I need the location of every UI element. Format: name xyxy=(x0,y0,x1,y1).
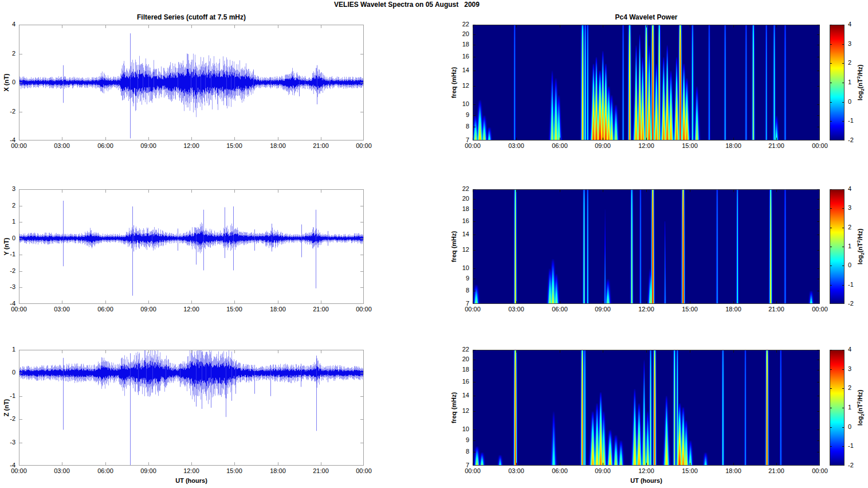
freq-tick-label: 18 xyxy=(450,366,469,373)
x-tick-label: 18:00 xyxy=(719,306,748,313)
x-tick-label: 21:00 xyxy=(762,467,791,475)
freq-tick-label: 9 xyxy=(450,436,469,444)
freq-tick-label: 16 xyxy=(450,378,469,385)
x-tick-label: 12:00 xyxy=(632,467,661,475)
y-tick-label: -2 xyxy=(0,415,15,423)
x-tick-label: 06:00 xyxy=(545,467,574,475)
x-tick-label: 06:00 xyxy=(91,306,120,313)
x-tick-label: 15:00 xyxy=(220,306,249,313)
freq-tick-label: 7 xyxy=(450,462,469,469)
freq-tick-label: 8 xyxy=(450,287,469,294)
colorbar-tick-label: -1 xyxy=(848,117,865,124)
timeseries-z-plot xyxy=(19,350,364,466)
x-tick-label: 09:00 xyxy=(134,306,163,313)
y-tick-label: -2 xyxy=(0,108,15,115)
y-tick-label: -3 xyxy=(0,283,15,291)
x-tick-label: 00:00 xyxy=(349,467,378,475)
y-tick-label: -4 xyxy=(0,462,15,469)
freq-tick-label: 22 xyxy=(450,21,469,28)
colorbar-tick-label: 0 xyxy=(848,98,865,106)
wavelet-power-x-heatmap xyxy=(473,25,820,140)
y-tick-label: 0 xyxy=(0,79,15,86)
figure: VELIES Wavelet Spectra on 05 August 2009… xyxy=(0,0,868,488)
freq-tick-label: 7 xyxy=(450,136,469,144)
x-tick-label: 15:00 xyxy=(675,467,704,475)
freq-tick-label: 7 xyxy=(450,300,469,307)
colorbar-tick-label: 0 xyxy=(848,261,865,269)
x-tick-label: 03:00 xyxy=(48,306,76,313)
freq-tick-label: 10 xyxy=(450,264,469,272)
freq-tick-label: 10 xyxy=(450,425,469,433)
freq-tick-label: 16 xyxy=(450,217,469,225)
colorbar-tick-label: 3 xyxy=(848,204,865,212)
y-tick-label: -3 xyxy=(0,439,15,446)
x-axis-label-left: UT (hours) xyxy=(19,477,364,484)
x-tick-label: 03:00 xyxy=(502,467,531,475)
x-tick-label: 00:00 xyxy=(349,306,378,313)
y-tick-label: -1 xyxy=(0,392,15,400)
freq-tick-label: 14 xyxy=(450,231,469,238)
freq-tick-label: 22 xyxy=(450,185,469,193)
x-tick-label: 09:00 xyxy=(588,467,617,475)
x-tick-label: 18:00 xyxy=(719,467,748,475)
y-tick-label: 2 xyxy=(0,50,15,57)
freq-tick-label: 14 xyxy=(450,392,469,399)
x-tick-label: 21:00 xyxy=(307,306,335,313)
y-tick-label: 1 xyxy=(0,346,15,353)
x-tick-label: 09:00 xyxy=(134,142,163,150)
freq-tick-label: 16 xyxy=(450,53,469,60)
colorbar-tick-label: 2 xyxy=(848,224,865,231)
freq-tick-label: 18 xyxy=(450,41,469,48)
left-column-title: Filtered Series (cutoff at 7.5 mHz) xyxy=(19,13,364,21)
x-tick-label: 06:00 xyxy=(91,467,120,475)
x-tick-label: 15:00 xyxy=(675,306,704,313)
y-tick-label: 2 xyxy=(0,202,15,209)
x-axis-label-right: UT (hours) xyxy=(473,477,820,484)
x-tick-label: 00:00 xyxy=(806,142,834,150)
y-tick-label: 0 xyxy=(0,235,15,242)
x-tick-label: 00:00 xyxy=(806,306,834,313)
colorbar-tick-label: 1 xyxy=(848,243,865,250)
x-tick-label: 06:00 xyxy=(545,142,574,150)
colorbar-tick-label: -2 xyxy=(848,300,865,307)
x-tick-label: 03:00 xyxy=(48,467,76,475)
freq-tick-label: 9 xyxy=(450,275,469,282)
x-tick-label: 15:00 xyxy=(220,142,249,150)
y-tick-label: 4 xyxy=(0,21,15,28)
figure-title: VELIES Wavelet Spectra on 05 August 2009 xyxy=(0,1,814,9)
y-axis-label-z: Z (nT) xyxy=(3,399,10,417)
colorbar-tick-label: -2 xyxy=(848,462,865,469)
freq-tick-label: 12 xyxy=(450,246,469,253)
wavelet-power-z-heatmap xyxy=(473,350,820,466)
freq-tick-label: 12 xyxy=(450,407,469,415)
x-tick-label: 09:00 xyxy=(588,142,617,150)
x-tick-label: 18:00 xyxy=(264,142,292,150)
x-tick-label: 09:00 xyxy=(134,467,163,475)
y-tick-label: 1 xyxy=(0,218,15,225)
x-tick-label: 21:00 xyxy=(762,142,791,150)
x-tick-label: 03:00 xyxy=(502,142,531,150)
x-tick-label: 03:00 xyxy=(502,306,531,313)
colorbar-z xyxy=(830,350,845,466)
colorbar-tick-label: -2 xyxy=(848,136,865,144)
x-tick-label: 06:00 xyxy=(545,306,574,313)
colorbar-x xyxy=(830,25,845,140)
right-column-title: Pc4 Wavelet Power xyxy=(473,13,820,21)
x-tick-label: 03:00 xyxy=(48,142,76,150)
x-tick-label: 06:00 xyxy=(91,142,120,150)
x-tick-label: 21:00 xyxy=(762,306,791,313)
colorbar-tick-label: 1 xyxy=(848,79,865,86)
timeseries-x-plot xyxy=(19,25,364,140)
x-tick-label: 12:00 xyxy=(177,306,206,313)
freq-tick-label: 8 xyxy=(450,123,469,130)
y-tick-label: -4 xyxy=(0,136,15,144)
colorbar-tick-label: -1 xyxy=(848,281,865,288)
x-tick-label: 18:00 xyxy=(264,306,292,313)
colorbar-tick-label: 4 xyxy=(848,185,865,193)
freq-tick-label: 18 xyxy=(450,205,469,213)
freq-tick-label: 8 xyxy=(450,448,469,455)
colorbar-tick-label: 3 xyxy=(848,40,865,48)
colorbar-y xyxy=(830,189,845,304)
x-tick-label: 12:00 xyxy=(177,467,206,475)
y-tick-label: -4 xyxy=(0,300,15,307)
